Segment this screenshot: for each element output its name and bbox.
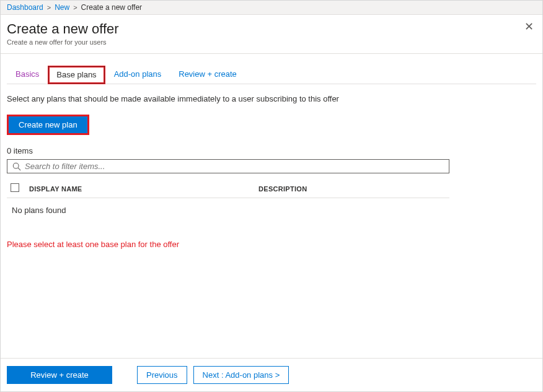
create-new-plan-button[interactable]: Create new plan bbox=[9, 116, 87, 133]
search-box[interactable] bbox=[7, 159, 449, 173]
validation-error: Please select at least one base plan for… bbox=[7, 240, 536, 249]
tab-base-plans[interactable]: Base plans bbox=[48, 66, 105, 84]
breadcrumb-new[interactable]: New bbox=[55, 3, 69, 12]
chevron-right-icon: > bbox=[73, 4, 77, 11]
page-header: Create a new offer Create a new offer fo… bbox=[1, 15, 542, 54]
tab-bar: Basics Base plans Add-on plans Review + … bbox=[7, 65, 536, 84]
items-count: 0 items bbox=[7, 146, 536, 155]
page-title: Create a new offer bbox=[7, 21, 536, 37]
svg-line-1 bbox=[18, 168, 20, 170]
tab-basics[interactable]: Basics bbox=[7, 66, 48, 84]
instruction-text: Select any plans that should be made ava… bbox=[7, 94, 536, 103]
tab-review-create[interactable]: Review + create bbox=[170, 66, 245, 84]
breadcrumb-dashboard[interactable]: Dashboard bbox=[7, 3, 43, 12]
search-icon bbox=[12, 162, 21, 171]
search-input[interactable] bbox=[25, 162, 444, 171]
select-all-checkbox[interactable] bbox=[11, 183, 19, 192]
empty-state: No plans found bbox=[7, 198, 449, 222]
column-display-name[interactable]: DISPLAY NAME bbox=[29, 185, 258, 193]
breadcrumb: Dashboard > New > Create a new offer bbox=[1, 1, 542, 15]
close-icon[interactable]: ✕ bbox=[524, 21, 534, 32]
plans-table: DISPLAY NAME DESCRIPTION No plans found bbox=[7, 180, 449, 222]
svg-point-0 bbox=[13, 163, 19, 168]
breadcrumb-current: Create a new offer bbox=[81, 3, 143, 12]
create-plan-highlight: Create new plan bbox=[7, 115, 89, 135]
column-description[interactable]: DESCRIPTION bbox=[258, 185, 307, 193]
footer-bar: Review + create Previous Next : Add-on p… bbox=[1, 358, 542, 391]
previous-button[interactable]: Previous bbox=[137, 366, 187, 384]
table-header: DISPLAY NAME DESCRIPTION bbox=[7, 180, 449, 198]
review-create-button[interactable]: Review + create bbox=[7, 366, 112, 384]
next-button[interactable]: Next : Add-on plans > bbox=[193, 366, 289, 384]
tab-addon-plans[interactable]: Add-on plans bbox=[105, 66, 170, 84]
chevron-right-icon: > bbox=[47, 4, 51, 11]
page-subtitle: Create a new offer for your users bbox=[7, 38, 536, 46]
